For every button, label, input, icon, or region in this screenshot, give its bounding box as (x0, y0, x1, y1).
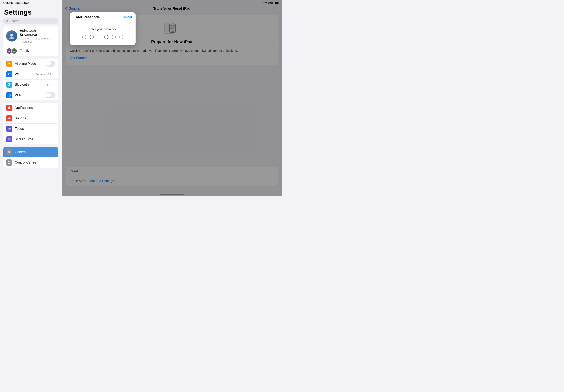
family-label: Family (20, 49, 52, 53)
notifications-icon (6, 105, 12, 111)
avatar (6, 30, 17, 42)
sidebar-item-focus[interactable]: Focus › (3, 124, 58, 134)
general-chevron: › (55, 150, 55, 154)
sidebar-item-controlcentre[interactable]: Control Centre › (3, 157, 58, 168)
profile-row[interactable]: Ashutosh Srivastava Apple ID, iCloud, Me… (3, 26, 58, 46)
search-placeholder: Search (9, 19, 19, 23)
airplane-toggle[interactable] (46, 61, 55, 67)
profile-name: Ashutosh Srivastava (20, 29, 52, 37)
passcode-dots (73, 35, 132, 39)
notifications-group: Notifications › Sounds › (3, 103, 58, 144)
bluetooth-value: On (47, 83, 51, 86)
search-icon (5, 19, 8, 22)
wifi-chevron: › (55, 72, 55, 76)
connectivity-group: ✈ Airplane Mode Wi-Fi Galaxy A51 › (3, 58, 58, 100)
passcode-dot-4 (104, 35, 109, 39)
controlcentre-icon (6, 159, 12, 166)
passcode-dot-6 (119, 35, 123, 39)
passcode-dot-2 (90, 35, 94, 39)
focus-chevron: › (55, 127, 55, 130)
focus-icon (6, 126, 12, 132)
right-panel: General Transfer or Reset iPad (62, 0, 282, 196)
svg-rect-14 (8, 163, 9, 164)
general-group: General › Control Centre › (3, 147, 58, 168)
controlcentre-label: Control Centre (15, 161, 52, 164)
status-time: 1:05 PM (3, 1, 13, 4)
airplane-label: Airplane Mode (15, 62, 43, 66)
passcode-header: Enter Passcode Cancel (70, 12, 136, 22)
svg-point-3 (9, 37, 14, 39)
notifications-chevron: › (55, 106, 55, 110)
main-layout: 1:05 PM Sun 15 Oct 99% Settings Search (0, 0, 282, 196)
passcode-title: Enter Passcode (73, 15, 100, 19)
bluetooth-label: Bluetooth (15, 83, 45, 86)
svg-rect-13 (9, 161, 11, 162)
svg-point-11 (9, 151, 10, 153)
sidebar-item-vpn[interactable]: VPN (3, 90, 58, 100)
sidebar-item-screentime[interactable]: Screen Time › (3, 134, 58, 144)
search-bar[interactable]: Search (3, 18, 58, 24)
profile-group: Ashutosh Srivastava Apple ID, iCloud, Me… (3, 26, 58, 56)
passcode-dot-5 (112, 35, 116, 39)
passcode-dot-3 (97, 35, 101, 39)
vpn-toggle[interactable] (46, 92, 55, 98)
sidebar-title: Settings (0, 6, 62, 18)
sidebar-item-general[interactable]: General › (3, 147, 58, 157)
bluetooth-icon (6, 82, 12, 88)
general-label: General (15, 150, 52, 154)
bluetooth-chevron: › (55, 83, 55, 86)
wifi-icon (6, 71, 12, 77)
svg-point-9 (9, 128, 10, 129)
passcode-cancel-button[interactable]: Cancel (122, 15, 132, 19)
airplane-icon: ✈ (6, 61, 12, 67)
profile-chevron: › (55, 34, 55, 38)
family-chevron: › (55, 49, 55, 53)
focus-label: Focus (15, 127, 52, 131)
modal-overlay: Enter Passcode Cancel Enter your passcod… (62, 0, 282, 196)
notifications-label: Notifications (15, 106, 52, 110)
sidebar-item-airplane[interactable]: ✈ Airplane Mode (3, 58, 58, 69)
screentime-chevron: › (55, 138, 55, 141)
sidebar-item-sounds[interactable]: Sounds › (3, 113, 58, 124)
screentime-icon (6, 136, 12, 142)
family-row[interactable]: 👨 👦 Family › (3, 46, 58, 56)
screentime-label: Screen Time (15, 138, 52, 141)
wifi-label: Wi-Fi (15, 72, 33, 76)
svg-line-1 (7, 21, 8, 22)
vpn-label: VPN (15, 93, 43, 97)
sidebar: Settings Search Ashutosh Srivastava Ap (0, 0, 62, 196)
wifi-value: Galaxy A51 (36, 72, 51, 76)
passcode-body: Enter your passcode (70, 22, 136, 45)
passcode-prompt: Enter your passcode (73, 27, 132, 31)
family-avatar-2: 👦 (11, 48, 17, 54)
controlcentre-chevron: › (55, 161, 55, 164)
sidebar-item-bluetooth[interactable]: Bluetooth On › (3, 80, 58, 90)
svg-rect-12 (8, 161, 9, 162)
vpn-icon (6, 92, 12, 98)
svg-point-2 (10, 34, 13, 37)
status-date: Sun 15 Oct (14, 1, 28, 4)
svg-rect-15 (9, 163, 11, 164)
svg-point-4 (9, 75, 10, 76)
passcode-modal: Enter Passcode Cancel Enter your passcod… (70, 12, 136, 45)
sidebar-item-wifi[interactable]: Wi-Fi Galaxy A51 › (3, 69, 58, 80)
sounds-icon (6, 115, 12, 121)
sounds-label: Sounds (15, 116, 52, 120)
profile-subtitle: Apple ID, iCloud, Media & Purchases (20, 37, 52, 43)
profile-info: Ashutosh Srivastava Apple ID, iCloud, Me… (20, 29, 52, 43)
sounds-chevron: › (55, 117, 55, 120)
general-icon (6, 149, 12, 155)
sidebar-item-notifications[interactable]: Notifications › (3, 103, 58, 113)
passcode-dot-1 (82, 35, 86, 39)
svg-marker-8 (8, 117, 10, 120)
